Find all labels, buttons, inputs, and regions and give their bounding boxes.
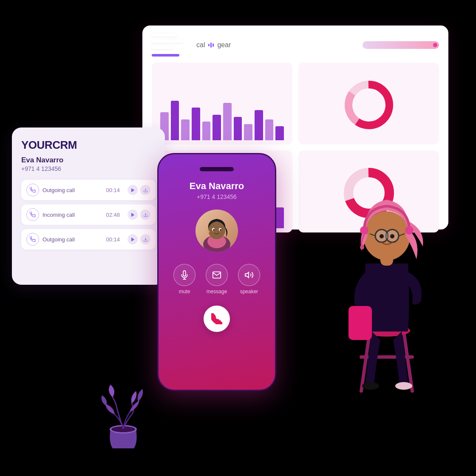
svg-marker-24	[245, 272, 249, 278]
svg-marker-9	[131, 213, 134, 216]
call-action-btns-2	[128, 210, 150, 220]
mail-icon	[212, 270, 221, 280]
bar	[275, 126, 284, 140]
bar	[244, 124, 252, 141]
download-button-3[interactable]	[140, 234, 150, 244]
speaker-icon	[244, 270, 254, 280]
plant-illustration	[98, 382, 149, 450]
download-button-1[interactable]	[140, 185, 150, 195]
crm-call-row-3: Outgoing call 00:14	[21, 229, 156, 249]
svg-point-30	[395, 382, 412, 390]
person-illustration	[323, 153, 450, 400]
bar	[212, 115, 221, 141]
svg-rect-31	[348, 306, 372, 340]
svg-point-19	[213, 229, 215, 231]
crm-brand-your: YOUR	[21, 139, 52, 151]
mute-label: mute	[179, 289, 190, 295]
svg-point-43	[360, 226, 368, 235]
bar	[181, 119, 190, 141]
speaker-circle	[238, 264, 260, 286]
callgear-logo: cal gear	[196, 41, 231, 49]
crm-brand: YOURCRM	[21, 139, 156, 152]
svg-point-29	[362, 382, 379, 390]
bar	[171, 101, 179, 141]
svg-point-3	[356, 92, 382, 118]
svg-point-21	[207, 230, 210, 233]
svg-point-20	[220, 229, 221, 231]
svg-point-44	[405, 226, 414, 235]
bar	[265, 119, 274, 141]
call-type-3: Outgoing call	[42, 236, 102, 243]
svg-marker-11	[131, 238, 134, 241]
call-action-btns-1	[128, 185, 150, 195]
call-type-2: Incoming call	[42, 212, 102, 218]
phone-action-buttons: mute message speaker	[173, 264, 260, 295]
hangup-icon	[211, 313, 222, 324]
phone-contact-number: +971 4 123456	[197, 193, 237, 200]
message-circle	[206, 264, 228, 286]
message-action[interactable]: message	[206, 264, 228, 295]
avatar-illustration	[196, 210, 238, 252]
crm-phone: +971 4 123456	[21, 165, 156, 172]
logo-text-gear: gear	[217, 41, 231, 49]
crm-brand-crm: CRM	[52, 139, 77, 151]
phone-notch	[200, 167, 234, 171]
crm-call-row-1: Outgoing call 00:14	[21, 180, 156, 200]
mute-circle	[173, 264, 196, 286]
call-duration-3: 00:14	[106, 236, 120, 243]
bar	[202, 122, 211, 140]
phone-avatar	[196, 210, 238, 252]
mute-action[interactable]: mute	[173, 264, 196, 295]
play-button-2[interactable]	[128, 210, 138, 220]
dashboard-search-bar[interactable]	[363, 41, 439, 49]
download-button-2[interactable]	[140, 210, 150, 220]
dashboard-header: cal gear	[152, 33, 439, 57]
svg-point-45	[360, 245, 364, 249]
logo-text-call: cal	[196, 41, 205, 49]
bar	[192, 108, 200, 140]
phone-contact-name: Eva Navarro	[190, 181, 244, 192]
bar	[223, 103, 232, 140]
speaker-label: speaker	[240, 289, 258, 295]
chart-cell-donut1	[298, 62, 439, 144]
svg-marker-7	[131, 188, 134, 192]
crm-panel: YOURCRM Eva Navarro +971 4 123456 Outgoi…	[12, 128, 165, 285]
svg-point-42	[390, 234, 394, 238]
logo-wave-icon	[208, 42, 214, 48]
call-duration-2: 02:48	[106, 212, 120, 218]
bar	[234, 117, 242, 140]
svg-point-41	[380, 234, 384, 238]
call-action-btns-3	[128, 234, 150, 244]
message-label: message	[207, 289, 227, 295]
bar-chart-1	[158, 94, 286, 140]
call-duration-1: 00:14	[106, 187, 120, 193]
speaker-action[interactable]: speaker	[238, 264, 260, 295]
chart-cell-bar1	[152, 62, 292, 144]
call-icon-outgoing-1	[26, 184, 39, 196]
search-dot-icon	[433, 43, 437, 47]
crm-call-row-2: Incoming call 02:48	[21, 204, 156, 225]
bar	[255, 110, 263, 141]
end-call-button[interactable]	[204, 306, 230, 332]
play-button-1[interactable]	[128, 185, 138, 195]
donut-chart-1	[304, 69, 433, 140]
call-icon-incoming-1	[26, 208, 39, 221]
mic-icon	[180, 270, 189, 280]
call-type-1: Outgoing call	[42, 187, 102, 193]
play-button-3[interactable]	[128, 234, 138, 244]
crm-contact-name: Eva Navarro	[21, 156, 156, 164]
call-icon-outgoing-2	[26, 233, 39, 246]
phone-mockup: Eva Navarro +971 4 123456	[157, 153, 276, 391]
bar	[275, 207, 284, 229]
